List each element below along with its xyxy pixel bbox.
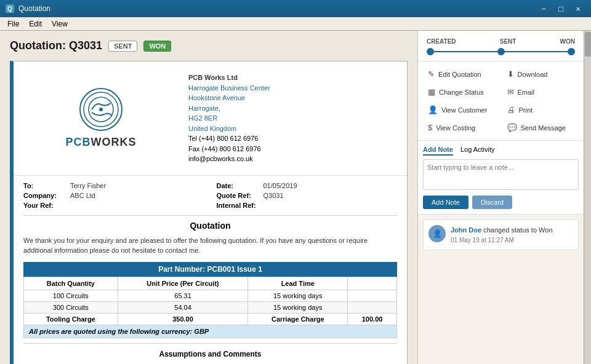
dot-sent bbox=[497, 48, 505, 55]
email-button[interactable]: ✉ Email bbox=[502, 84, 579, 100]
company-fax: Fax (+44) 800 612 6976 bbox=[188, 144, 392, 154]
badge-sent: SENT bbox=[108, 41, 137, 52]
download-label: Download bbox=[518, 71, 548, 78]
discard-button[interactable]: Discard bbox=[472, 196, 512, 209]
avatar: 👤 bbox=[428, 225, 446, 242]
doc-body: To: Terry Fisher Date: 01/05/2019 Compan… bbox=[14, 176, 407, 365]
main-panel: Quotation: Q3031 SENT WON bbox=[0, 31, 417, 364]
scrollbar-thumb[interactable] bbox=[585, 32, 591, 57]
company-name: PCB Works Ltd bbox=[188, 73, 392, 83]
doc-header: PCBWORKS PCB Works Ltd Harrogate Busines… bbox=[14, 61, 407, 176]
download-button[interactable]: ⬇ Download bbox=[502, 66, 579, 82]
view-customer-label: View Customer bbox=[441, 106, 487, 114]
field-to-value: Terry Fisher bbox=[70, 182, 106, 189]
totals-row: Tooling Charge 350.00 Carriage Charge 10… bbox=[24, 313, 397, 325]
logo-text: PCBWORKS bbox=[65, 136, 136, 149]
field-company-value: ABC Ltd bbox=[70, 192, 95, 199]
tab-log-activity[interactable]: Log Activity bbox=[460, 146, 495, 156]
close-button[interactable]: × bbox=[570, 2, 586, 15]
menu-bar: File Edit View bbox=[0, 17, 591, 31]
currency-row: All prices are quoted using the followin… bbox=[24, 325, 397, 338]
field-quoteref-value: Q3031 bbox=[263, 192, 284, 199]
logo-circle bbox=[79, 88, 123, 131]
col-unit: Unit Price (Per Circuit) bbox=[118, 277, 248, 290]
note-input[interactable] bbox=[423, 159, 579, 190]
maximize-button[interactable]: □ bbox=[553, 2, 569, 15]
status-created: CREATED bbox=[427, 38, 456, 45]
edit-icon: ✎ bbox=[428, 69, 435, 79]
carriage-value: 100.00 bbox=[348, 313, 397, 325]
dot-created bbox=[427, 48, 434, 55]
change-status-button[interactable]: ▦ Change Status bbox=[423, 84, 500, 100]
status-dots bbox=[427, 48, 575, 55]
svg-point-4 bbox=[99, 108, 103, 111]
tab-add-note[interactable]: Add Note bbox=[423, 146, 453, 156]
doc-divider-2 bbox=[23, 343, 397, 344]
badge-won: WON bbox=[143, 41, 171, 52]
send-message-button[interactable]: 💬 Send Message bbox=[502, 120, 579, 135]
costing-icon: $ bbox=[428, 123, 432, 132]
view-costing-label: View Costing bbox=[436, 124, 475, 132]
status-won: WON bbox=[560, 38, 575, 45]
menu-file[interactable]: File bbox=[2, 18, 24, 30]
doc-fields: To: Terry Fisher Date: 01/05/2019 Compan… bbox=[23, 182, 397, 209]
pricing-table: Batch Quantity Unit Price (Per Circuit) … bbox=[23, 277, 397, 338]
logo-section: PCBWORKS bbox=[21, 69, 181, 168]
carriage-label: Carriage Charge bbox=[248, 313, 348, 325]
status-sent: SENT bbox=[500, 38, 517, 45]
status-labels: CREATED SENT WON bbox=[427, 38, 575, 45]
activity-text: John Doe changed status to Won 01 May 19… bbox=[451, 225, 553, 245]
company-info: PCB Works Ltd Harrogate Business Center … bbox=[181, 69, 400, 168]
currency-note: All prices are quoted using the followin… bbox=[29, 328, 192, 335]
send-message-label: Send Message bbox=[521, 124, 566, 132]
menu-view[interactable]: View bbox=[47, 18, 73, 30]
company-tel: Tel (+44) 800 612 6976 bbox=[188, 133, 392, 144]
app-icon: Q bbox=[5, 4, 15, 14]
part-header: Part Number: PCB001 Issue 1 bbox=[23, 262, 397, 277]
table-row: 100 Circuits 65.31 15 working days bbox=[24, 290, 397, 301]
edit-label: Edit Quotation bbox=[438, 71, 481, 78]
field-internalref: Internal Ref: bbox=[217, 202, 398, 209]
change-status-label: Change Status bbox=[439, 89, 484, 96]
field-to: To: Terry Fisher bbox=[23, 182, 204, 189]
doc-intro: We thank you for your enquiry and are pl… bbox=[23, 235, 397, 256]
tooling-label: Tooling Charge bbox=[24, 313, 118, 325]
edit-quotation-button[interactable]: ✎ Edit Quotation bbox=[423, 66, 500, 82]
print-button[interactable]: 🖨 Print bbox=[502, 102, 579, 117]
field-date: Date: 01/05/2019 bbox=[217, 182, 398, 189]
field-company: Company: ABC Ltd bbox=[23, 192, 204, 199]
minimize-button[interactable]: − bbox=[536, 2, 552, 15]
doc-divider bbox=[23, 215, 397, 216]
document-frame: PCBWORKS PCB Works Ltd Harrogate Busines… bbox=[10, 61, 408, 364]
company-email: info@pcbworks.co.uk bbox=[188, 154, 392, 164]
download-icon: ⬇ bbox=[507, 69, 514, 79]
view-customer-button[interactable]: 👤 View Customer bbox=[423, 102, 500, 117]
customer-icon: 👤 bbox=[428, 105, 438, 114]
col-batch: Batch Quantity bbox=[24, 277, 118, 290]
tooling-value: 350.00 bbox=[118, 313, 248, 325]
view-costing-button[interactable]: $ View Costing bbox=[423, 120, 500, 135]
activity-item: 👤 John Doe changed status to Won 01 May … bbox=[423, 220, 579, 250]
scrollbar[interactable] bbox=[584, 31, 591, 364]
assumptions-title: Assumptions and Comments bbox=[23, 350, 397, 358]
print-icon: 🖨 bbox=[507, 105, 515, 114]
activity-desc: changed status to Won bbox=[483, 226, 552, 234]
action-grid: ✎ Edit Quotation ⬇ Download ▦ Change Sta… bbox=[418, 61, 584, 141]
company-address2: Hookstone Avenue bbox=[188, 93, 392, 103]
message-icon: 💬 bbox=[507, 123, 517, 132]
company-address5: United Kingdom bbox=[188, 124, 392, 134]
company-address4: HG2 8ER bbox=[188, 113, 392, 124]
note-tabs: Add Note Log Activity bbox=[423, 146, 579, 156]
field-quoteref: Quote Ref: Q3031 bbox=[217, 192, 398, 199]
activity-user: John Doe bbox=[451, 226, 481, 234]
add-note-button[interactable]: Add Note bbox=[423, 196, 468, 209]
right-panel: CREATED SENT WON ✎ Edit Quotat bbox=[417, 31, 584, 364]
window-title: Quotation bbox=[18, 4, 536, 13]
dot-won bbox=[568, 48, 575, 55]
note-actions: Add Note Discard bbox=[423, 196, 579, 209]
page-header: Quotation: Q3031 SENT WON bbox=[10, 39, 408, 52]
doc-section-title: Quotation bbox=[23, 221, 397, 231]
col-extra bbox=[348, 277, 397, 290]
status-track: CREATED SENT WON bbox=[418, 31, 584, 61]
menu-edit[interactable]: Edit bbox=[24, 18, 47, 30]
